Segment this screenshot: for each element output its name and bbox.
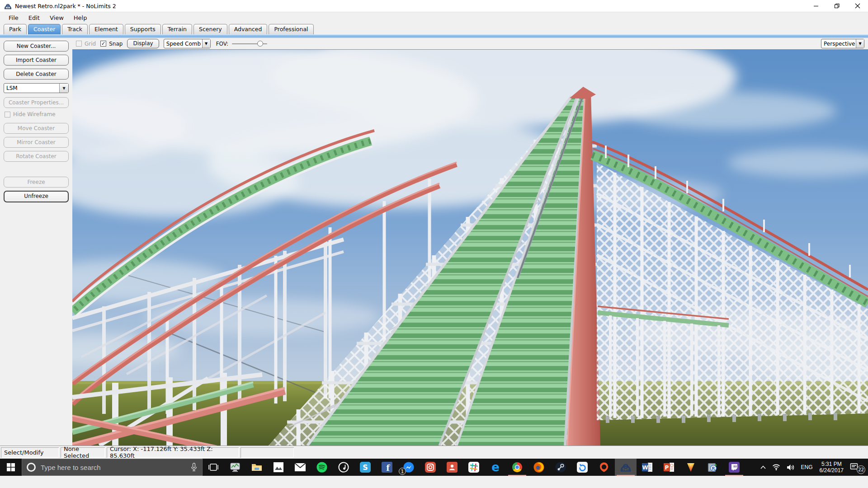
skype-app[interactable]: S <box>354 459 376 476</box>
delete-coaster-button[interactable]: Delete Coaster <box>4 69 69 80</box>
facebook-icon: f <box>381 461 393 473</box>
groove-music-app[interactable] <box>333 459 354 476</box>
chrome-icon <box>511 461 523 473</box>
freeze-button[interactable]: Freeze <box>4 177 69 188</box>
svg-text:P: P <box>665 465 669 471</box>
action-center-button[interactable]: 22 <box>847 459 865 476</box>
tab-park[interactable]: Park <box>4 24 27 34</box>
tab-bar: Park Coaster Track Element Supports Terr… <box>0 23 868 34</box>
mirror-coaster-button[interactable]: Mirror Coaster <box>4 137 69 148</box>
hide-wireframe-row: Hide Wireframe <box>5 111 69 117</box>
time: 5:31 PM <box>821 461 842 467</box>
vegas-app[interactable] <box>680 459 702 476</box>
language-indicator[interactable]: ENG <box>798 459 816 476</box>
tab-terrain[interactable]: Terrain <box>162 24 192 34</box>
status-extra <box>241 447 294 458</box>
firefox-app[interactable] <box>528 459 550 476</box>
volume-tray-button[interactable] <box>783 459 798 476</box>
task-manager-icon <box>229 461 241 473</box>
facebook-app[interactable]: f <box>376 459 398 476</box>
3d-viewport[interactable] <box>72 50 868 446</box>
active-tab-strip <box>0 34 868 38</box>
spotify-app[interactable] <box>311 459 333 476</box>
uplay-icon <box>576 461 588 473</box>
tab-professional[interactable]: Professional <box>269 24 313 34</box>
mail-app[interactable] <box>289 459 311 476</box>
nolimits-2-icon <box>620 461 632 473</box>
word-app[interactable]: W <box>637 459 658 476</box>
import-coaster-button[interactable]: Import Coaster <box>4 55 69 66</box>
menu-view[interactable]: View <box>45 13 69 23</box>
cortana-icon <box>27 463 36 472</box>
tab-scenery[interactable]: Scenery <box>193 24 227 34</box>
rotate-coaster-button[interactable]: Rotate Coaster <box>4 151 69 162</box>
coaster-select[interactable]: LSM ▼ <box>4 83 69 93</box>
fov-label: FOV: <box>216 41 228 47</box>
file-explorer-app[interactable] <box>246 459 268 476</box>
messenger-app[interactable]: 1 <box>398 459 420 476</box>
menu-file[interactable]: File <box>4 13 24 23</box>
steam-icon <box>555 461 566 473</box>
status-cursor: Cursor: X: -117.126ft Y: 35.433ft Z: 85.… <box>107 447 239 458</box>
viewport-toolbar: Grid ✓ Snap Display Speed Comb ▼ FOV: <box>72 38 868 50</box>
tab-supports[interactable]: Supports <box>125 24 161 34</box>
slack-app[interactable] <box>463 459 485 476</box>
steam-app[interactable] <box>550 459 571 476</box>
view-mode-select[interactable]: Perspective ▼ <box>821 39 864 48</box>
move-coaster-button[interactable]: Move Coaster <box>4 123 69 134</box>
start-button[interactable] <box>0 459 22 476</box>
tab-element[interactable]: Element <box>89 24 123 34</box>
close-button[interactable] <box>847 0 868 12</box>
photos-app[interactable] <box>268 459 289 476</box>
nolimits-2-app[interactable] <box>615 459 637 476</box>
coaster-properties-button[interactable]: Coaster Properties... <box>4 97 69 108</box>
fov-slider-knob[interactable] <box>257 41 263 47</box>
twitch-app[interactable] <box>723 459 745 476</box>
task-view-button[interactable] <box>203 459 224 476</box>
search-input[interactable]: Type here to search <box>22 459 203 476</box>
vegas-icon <box>685 461 697 473</box>
chevron-down-icon[interactable]: ▼ <box>59 84 68 93</box>
view-mode-value: Perspective <box>821 41 856 47</box>
slack-icon <box>468 461 480 473</box>
microphone-icon[interactable] <box>190 463 198 472</box>
uplay-app[interactable] <box>571 459 593 476</box>
title-bar: Newest Retro.nl2park * - NoLimits 2 <box>0 0 868 12</box>
tab-track[interactable]: Track <box>62 24 88 34</box>
date: 6/24/2017 <box>820 467 844 474</box>
wifi-tray-button[interactable] <box>769 459 783 476</box>
chevron-down-icon[interactable]: ▼ <box>856 39 864 48</box>
instagram-app[interactable] <box>420 459 441 476</box>
display-button[interactable]: Display <box>127 39 159 48</box>
speed-mode-value: Speed Comb <box>164 41 202 47</box>
edge-app[interactable]: e <box>485 459 506 476</box>
fov-slider[interactable] <box>232 41 267 47</box>
snap-label: Snap <box>109 41 123 47</box>
person-app[interactable] <box>441 459 463 476</box>
speed-mode-select[interactable]: Speed Comb ▼ <box>164 39 211 48</box>
menu-edit[interactable]: Edit <box>24 13 45 23</box>
origin-app[interactable] <box>593 459 615 476</box>
grid-label: Grid <box>85 41 96 47</box>
tray-expand-button[interactable] <box>757 459 769 476</box>
nolimits2-window: Newest Retro.nl2park * - NoLimits 2 File… <box>0 0 868 488</box>
task-manager-app[interactable] <box>224 459 246 476</box>
clock[interactable]: 5:31 PM 6/24/2017 <box>816 461 847 474</box>
person-app-icon <box>446 461 458 473</box>
chrome-app[interactable] <box>506 459 528 476</box>
new-coaster-button[interactable]: New Coaster... <box>4 41 69 52</box>
unfreeze-button[interactable]: Unfreeze <box>4 191 69 202</box>
spotify-icon <box>316 461 328 473</box>
restore-button[interactable] <box>826 0 847 12</box>
menu-help[interactable]: Help <box>69 13 92 23</box>
minimize-button[interactable] <box>806 0 826 12</box>
r-app[interactable]: R <box>702 459 723 476</box>
powerpoint-app[interactable]: P <box>658 459 680 476</box>
tab-coaster[interactable]: Coaster <box>28 24 61 34</box>
grid-checkbox[interactable] <box>76 41 82 47</box>
coaster-sidebar: New Coaster... Import Coaster Delete Coa… <box>0 38 72 446</box>
hide-wireframe-checkbox[interactable] <box>5 112 10 117</box>
snap-checkbox[interactable]: ✓ <box>100 41 106 47</box>
tab-advanced[interactable]: Advanced <box>229 24 268 34</box>
chevron-down-icon[interactable]: ▼ <box>202 39 210 48</box>
